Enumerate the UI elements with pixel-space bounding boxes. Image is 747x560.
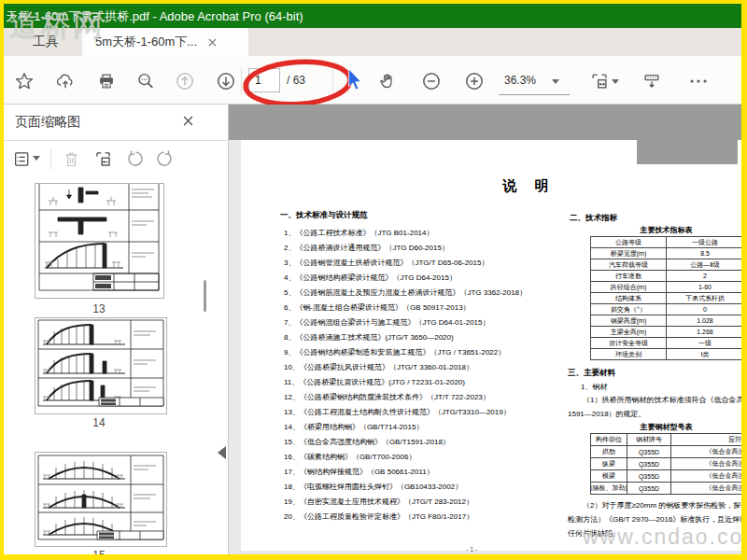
thumbnail-scrollbar[interactable] xyxy=(204,280,206,312)
previous-page-icon[interactable] xyxy=(174,70,196,92)
table-row: 行车道数2 xyxy=(591,270,741,281)
document-tab-label: 5m天桥-1-60m下... xyxy=(95,34,197,50)
collapse-panel-button[interactable] xyxy=(218,446,226,459)
table-cell: 环境类别 xyxy=(591,349,666,359)
zoom-in-icon[interactable] xyxy=(463,70,486,92)
rotate-right-icon[interactable] xyxy=(153,147,176,170)
zoom-level-value[interactable]: 36.3% xyxy=(504,74,536,87)
scroll-mode-icon[interactable] xyxy=(641,70,663,92)
table-row: 斜交角（°）0 xyxy=(591,303,741,315)
table-cell: 应符合的 xyxy=(670,434,741,445)
table-row: 构件部位钢材牌号应符合的 xyxy=(591,434,741,445)
page-current-value: 1 xyxy=(255,74,261,87)
tab-bar: 工具 5m天桥-1-60m下... xyxy=(4,28,741,56)
table-row: 环境类别Ⅰ类 xyxy=(591,348,741,359)
table-row: 跨径组合(m)1-60 xyxy=(591,281,741,292)
fit-width-caret-icon[interactable] xyxy=(611,77,620,86)
table-row: 横梁Q355D《低合金高强度结构钢》 xyxy=(591,469,741,482)
table1-title: 主要技术指标表 xyxy=(590,225,741,235)
standard-item: 19、《自密实混凝土应用技术规程》（JTG/T 283-2012） xyxy=(284,495,527,510)
section-heading-1: 一、技术标准与设计规范 xyxy=(280,210,368,221)
table-row: 设计安全等级一级 xyxy=(591,337,741,348)
table-cell: 公路—Ⅱ级 xyxy=(666,259,741,270)
standard-item: 5、《公路钢筋混凝土及预应力混凝土桥涵设计规范》（JTG 3362-2018） xyxy=(284,286,527,301)
sub-heading-steel: 1、钢材 xyxy=(581,382,607,392)
table-cell: 《低合金高强度结构钢》 xyxy=(670,483,741,494)
thumbnail-page-14[interactable] xyxy=(35,317,167,414)
table-cell: 《低合金高强度结构钢》 xyxy=(670,446,741,457)
table-cell: Q355D xyxy=(627,470,670,482)
standard-item: 9、《公路钢结构桥梁制造和安装施工规范》（JTG / T3651-2022） xyxy=(284,345,527,360)
table-cell: 1.028 xyxy=(666,315,741,326)
standard-item: 10、《公路桥梁抗风设计规范》（JTG/T 3360-01-2018） xyxy=(284,360,527,375)
table-cell: Q355D xyxy=(627,458,670,469)
next-page-icon[interactable] xyxy=(215,70,237,92)
section-heading-3: 三、主要材料 xyxy=(568,368,615,379)
share-upload-icon[interactable] xyxy=(54,70,77,92)
table-cell: 横梁 xyxy=(591,470,627,482)
table-cell: 一级 xyxy=(666,338,741,348)
technical-indicators-table: 公路等级一级公路桥梁宽度(m)8.5汽车荷载等级公路—Ⅱ级行车道数2跨径组合(m… xyxy=(590,236,741,360)
title-bar: 天桥-1-60m下承式拱桥.pdf - Adobe Acrobat Pro (6… xyxy=(4,4,741,28)
table-cell: 行车道数 xyxy=(591,271,666,281)
page-number-input[interactable]: 1 xyxy=(248,68,280,92)
hand-tool-icon[interactable] xyxy=(377,70,400,92)
standard-item: 14、《桥梁用结构钢》（GB/T714-2015） xyxy=(284,420,527,435)
thumbnail-page-15[interactable] xyxy=(35,452,167,547)
page-number-footer: - 1 - xyxy=(466,546,477,553)
panel-toolbar-separator xyxy=(50,149,51,170)
standard-item: 16、《碳素结构钢》（GB/T700-2006） xyxy=(284,450,527,465)
table-cell: 汽车荷载等级 xyxy=(591,259,666,270)
thumbnail-label-13: 13 xyxy=(34,302,164,315)
table-cell: 1-60 xyxy=(666,282,741,292)
resize-pages-icon[interactable] xyxy=(92,147,114,170)
table-row: 公路等级一级公路 xyxy=(591,237,741,247)
delete-page-icon[interactable] xyxy=(60,147,82,170)
paragraph-1: （1）拱桥所用钢材的技术标准须符合《低合金高强1591—2018）的规定。 xyxy=(568,393,741,421)
star-favorites-icon[interactable] xyxy=(13,70,35,92)
table-cell: 结构体系 xyxy=(591,293,666,303)
tab-close-icon[interactable] xyxy=(208,38,217,47)
thumbnail-page-13[interactable] xyxy=(35,183,164,299)
zoom-out-icon[interactable] xyxy=(420,70,443,92)
standard-item: 18、《电弧螺柱焊用圆柱头焊钉》（GB10433-2002） xyxy=(284,480,527,495)
search-icon[interactable] xyxy=(134,70,157,92)
table-cell: 2 xyxy=(666,271,741,281)
panel-close-icon[interactable] xyxy=(179,112,196,129)
table-cell: 横隔板、加劲肋 xyxy=(591,483,627,494)
page-title: 说 明 xyxy=(452,177,601,195)
table-cell: Q355D xyxy=(627,483,670,494)
thumbnail-options-caret-icon[interactable] xyxy=(32,153,41,162)
thumbnail-list: 13 xyxy=(4,177,211,554)
zoom-dropdown-caret-icon[interactable] xyxy=(551,77,560,86)
table-cell: 纵梁 xyxy=(591,458,627,469)
fit-width-icon[interactable] xyxy=(588,70,611,92)
standards-list: 1、《公路工程技术标准》（JTG B01-2014）2、《公路桥涵设计通用规范》… xyxy=(284,226,527,525)
standard-item: 8、《公路桥涵施工技术规范》(JTG/T 3650—2020) xyxy=(284,330,527,345)
table-row: 主梁全高(m)1.268 xyxy=(591,326,741,337)
table-cell: 跨径组合(m) xyxy=(591,282,666,292)
rotate-left-icon[interactable] xyxy=(123,147,146,170)
standard-item: 12、《公路桥梁钢结构防腐涂装技术条件》（JT/T 722-2023） xyxy=(284,390,527,405)
standard-item: 7、《公路钢混组合梁设计与施工规范》（JTG D64-01-2015） xyxy=(284,315,527,330)
panel-title: 页面缩略图 xyxy=(15,114,80,131)
table-cell: 钢材牌号 xyxy=(627,434,670,445)
table-cell: 8.5 xyxy=(666,248,741,259)
table-row: 桥梁宽度(m)8.5 xyxy=(591,247,741,259)
table-cell: 下承式系杆拱 xyxy=(666,293,741,303)
table-cell: 主梁全高(m) xyxy=(591,327,666,337)
table-row: 结构体系下承式系杆拱 xyxy=(591,292,741,303)
table-cell: 《低合金高强度结构钢》 xyxy=(670,458,741,469)
more-tools-icon[interactable] xyxy=(687,70,710,92)
tab-document[interactable]: 5m天桥-1-60m下... xyxy=(82,28,248,56)
standard-item: 20、《公路工程质量检验评定标准》（JTG F80/1-2017） xyxy=(284,510,527,525)
print-icon[interactable] xyxy=(95,70,118,92)
document-background-corner xyxy=(637,105,738,164)
page-total-label: / 63 xyxy=(287,74,305,87)
table-cell: 《低合金高强度结构钢》 xyxy=(670,470,741,482)
thumbnail-options-icon[interactable] xyxy=(11,147,34,170)
steel-grades-table: 构件部位钢材牌号应符合的拱肋Q355D《低合金高强度结构钢》纵梁Q355D《低合… xyxy=(590,433,741,495)
main-toolbar: 1 / 63 36.3% xyxy=(4,56,741,105)
thumbnail-label-14: 14 xyxy=(34,416,164,429)
standard-item: 3、《公路钢管混凝土拱桥设计规范》（JTG/T D65-06-2015） xyxy=(284,256,527,271)
